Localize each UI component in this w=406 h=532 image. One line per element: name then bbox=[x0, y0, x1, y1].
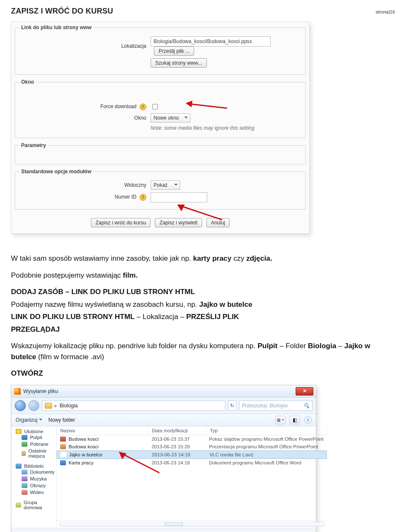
help-icon[interactable]: ? bbox=[140, 194, 146, 201]
downloads-icon bbox=[22, 442, 27, 447]
section-standard-legend: Standardowe opcje modułów bbox=[19, 169, 93, 175]
breadcrumb-folder: Biologia bbox=[60, 403, 78, 409]
file-row[interactable]: Karta pracy2013-06-23 14:18Dokument prog… bbox=[57, 459, 327, 467]
section-parameters: Parametry bbox=[15, 142, 306, 164]
force-download-label: Force download bbox=[100, 104, 136, 109]
star-icon bbox=[16, 429, 22, 434]
sidebar-item-desktop[interactable]: Pulpit bbox=[16, 434, 55, 441]
sidebar-item-recent[interactable]: Ostatnie miejsca bbox=[16, 447, 55, 459]
chevron-right-icon: ▸ bbox=[55, 403, 57, 409]
file-icon bbox=[60, 460, 66, 465]
page-title: ZAPISZ I WRÓĆ DO KURSU bbox=[11, 7, 113, 16]
location-label: Lokalizacja bbox=[19, 43, 151, 49]
library-icon bbox=[16, 464, 22, 469]
section-standard-options: Standardowe opcje modułów Widoczny Pokaż… bbox=[15, 169, 306, 210]
section-window-legend: Okno bbox=[19, 79, 36, 85]
sidebar-item-images[interactable]: Obrazy bbox=[16, 482, 55, 489]
idnumber-input[interactable] bbox=[151, 192, 207, 202]
sidebar: Ulubione Pulpit Pobrane Ostatnie miejsca… bbox=[11, 426, 57, 528]
cancel-button[interactable]: Anuluj bbox=[206, 218, 230, 227]
moodle-form-screenshot: Link do pliku lub strony www Lokalizacja… bbox=[11, 22, 310, 234]
section-link-legend: Link do pliku lub strony www bbox=[19, 25, 93, 30]
recent-icon bbox=[22, 451, 26, 456]
nav-back-button[interactable] bbox=[15, 400, 26, 411]
folder-icon bbox=[45, 403, 52, 409]
images-icon bbox=[22, 483, 27, 488]
search-input[interactable]: Przeszukaj: Biologia 🔍 bbox=[239, 401, 313, 411]
upload-file-button[interactable]: Prześlij plik ... bbox=[154, 46, 194, 56]
file-list-header[interactable]: Nazwa Data modyfikacji Typ bbox=[57, 426, 327, 435]
window-label: Okno bbox=[19, 115, 151, 121]
sidebar-item-music[interactable]: Muzyka bbox=[16, 475, 55, 482]
save-display-button[interactable]: Zapisz i wyświetl bbox=[155, 218, 202, 227]
search-icon: 🔍 bbox=[303, 403, 310, 409]
visible-select[interactable]: Pokaż bbox=[151, 180, 180, 190]
music-icon bbox=[22, 476, 27, 481]
section-window: Okno Force download ? Okno Nowe okno Not… bbox=[15, 79, 306, 138]
help-icon[interactable]: ? bbox=[140, 104, 146, 110]
section-link: Link do pliku lub strony www Lokalizacja… bbox=[15, 25, 306, 75]
window-note: Note: some media files may ignore this s… bbox=[151, 125, 301, 131]
visible-label: Widoczny bbox=[19, 182, 151, 188]
video-icon bbox=[22, 490, 27, 495]
file-row[interactable]: Budowa kosci2013-06-23 15:20Prezentacja … bbox=[57, 443, 327, 450]
horizontal-scrollbar[interactable] bbox=[57, 521, 327, 528]
documents-icon bbox=[22, 469, 27, 475]
sidebar-libraries[interactable]: Biblioteki bbox=[16, 464, 55, 469]
desktop-icon bbox=[22, 435, 27, 440]
window-select[interactable]: Nowe okno bbox=[151, 113, 190, 123]
file-icon bbox=[60, 444, 66, 449]
sidebar-item-video[interactable]: Wideo bbox=[16, 489, 55, 496]
save-return-button[interactable]: Zapisz i wróć do kursu bbox=[91, 218, 151, 227]
sidebar-favorites[interactable]: Ulubione bbox=[16, 429, 55, 434]
file-icon bbox=[60, 452, 66, 457]
sidebar-item-downloads[interactable]: Pobrane bbox=[16, 441, 55, 447]
preview-pane-button[interactable]: ◧ bbox=[290, 416, 300, 424]
file-list: Nazwa Data modyfikacji Typ Budowa kosci2… bbox=[57, 426, 327, 528]
idnumber-label: Numer ID bbox=[115, 194, 136, 200]
help-icon[interactable]: ? bbox=[304, 416, 312, 424]
column-type: Typ bbox=[206, 426, 327, 435]
firefox-icon bbox=[14, 388, 21, 395]
organize-menu[interactable]: Organizuj bbox=[16, 417, 42, 423]
file-dialog-screenshot: Wysyłanie pliku ✕ ▸ Biologia ↻ Przeszuka… bbox=[11, 385, 316, 532]
force-download-checkbox[interactable] bbox=[152, 104, 158, 109]
homegroup-icon bbox=[16, 502, 21, 507]
column-name: Nazwa bbox=[57, 426, 148, 435]
instruction-text: W taki sam sposób wstawiamy inne zasoby,… bbox=[11, 253, 395, 379]
file-icon bbox=[60, 437, 66, 442]
breadcrumb[interactable]: ▸ Biologia bbox=[42, 401, 225, 411]
view-mode-button[interactable]: ≣ bbox=[275, 416, 285, 424]
file-row[interactable]: Jajko w butelce2013-06-23 14:18VLC media… bbox=[57, 450, 327, 459]
new-folder-button[interactable]: Nowy folder bbox=[48, 417, 75, 423]
dialog-title: Wysyłanie pliku bbox=[23, 388, 296, 394]
page-number: strona|16 bbox=[376, 9, 395, 14]
close-button[interactable]: ✕ bbox=[296, 387, 313, 396]
section-parameters-legend: Parametry bbox=[19, 142, 48, 148]
sidebar-homegroup[interactable]: Grupa domowa bbox=[16, 500, 55, 510]
column-date: Data modyfikacji bbox=[148, 426, 206, 435]
location-input[interactable] bbox=[151, 36, 271, 46]
file-row[interactable]: Budowa kosci2013-06-23 15:37Pokaz slajdó… bbox=[57, 435, 327, 443]
nav-forward-button[interactable] bbox=[28, 400, 39, 411]
search-www-button[interactable]: Szukaj strony www... bbox=[151, 58, 207, 68]
refresh-button[interactable]: ↻ bbox=[228, 401, 236, 411]
sidebar-item-documents[interactable]: Dokumenty bbox=[16, 469, 55, 475]
